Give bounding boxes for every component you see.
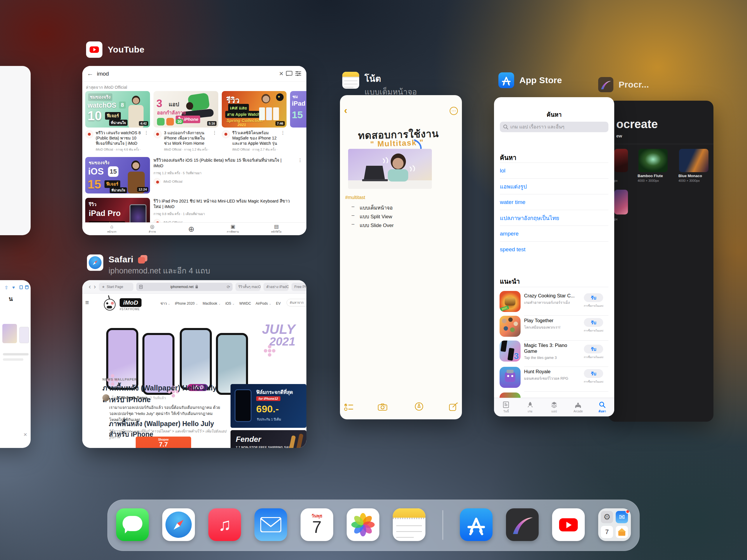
search-suggestion[interactable]: lol [500,163,609,179]
more-options-icon[interactable]: ⋮ [144,130,149,152]
artwork-thumbnail[interactable] [679,149,709,172]
refresh-icon[interactable]: ⟳ [227,284,230,289]
channel-name[interactable]: iMoD Official [163,180,182,183]
screen-film-ad[interactable]: ฟิล์มกระจกดีที่สุด for iPhone12 690.- รั… [231,384,306,428]
app-result-row[interactable]: Hunt Royale มอนสเตอร์เซอร์ไววอล RPG รับ … [499,367,609,391]
dock-youtube[interactable] [552,508,585,541]
video-thumbnail[interactable]: ชมของจริง watchOS 8 10 ฟีเจอร์ ที่น่าสนใ… [85,91,150,128]
dock-safari[interactable] [162,508,195,541]
youtube-card-label[interactable]: YouTube [86,42,145,58]
video-thumbnail[interactable]: ชมของจริง iOS 15 15 ฟีเจอร์ ที่น่าสนใจ 1… [85,157,150,194]
note-list-item[interactable]: –แบบ Split View [352,212,392,220]
camera-icon[interactable] [378,403,387,411]
more-options-icon[interactable]: ⋯ [450,107,458,115]
search-suggestion[interactable]: water time [500,194,609,210]
tab-games[interactable]: เกม [518,398,542,416]
artwork-thumbnail[interactable] [614,190,628,214]
dock-procreate[interactable] [506,508,539,541]
artwork-thumbnail[interactable] [614,149,628,172]
youtube-search-query[interactable]: imod [97,71,109,77]
dock-appstore[interactable] [460,508,493,541]
app-result-row[interactable]: 2021 Crazy Cooking Star C... เกมทำอาหารเ… [499,291,609,316]
search-suggestion[interactable]: speed test [500,241,609,257]
search-suggestion[interactable]: ampere [500,226,609,241]
appstore-card-label[interactable]: App Store [498,72,562,88]
checklist-icon[interactable] [344,403,354,411]
close-icon[interactable]: ✕ [279,70,284,77]
notes-card[interactable]: ‹ ⋯ ทดสอบการใช้งาน " Multitask " #multit… [340,95,462,419]
back-icon[interactable]: ‹ [89,284,91,290]
tab-item[interactable]: รีวิวสั้นๆ macO [235,283,261,291]
video-title[interactable]: พรีวิว เล่นจริง watchOS 8 (Public Beta) … [96,130,142,146]
note-list-item[interactable]: –แบบ Slide Over [352,221,394,229]
tab-explore[interactable]: ◎สำรวจ [149,224,156,234]
safari-card[interactable]: ‹ › ★ Start Page iphonemod.net ⟳ รีวิวสั… [82,280,306,448]
nav-link[interactable]: AirPods ⌄ [256,302,272,306]
close-ad-icon[interactable]: ✕ [23,432,27,437]
app-result-row[interactable]: Play Together โลกเสมือนของพวกเรา! รับ กา… [499,316,609,340]
partial-card-left-top[interactable] [0,66,31,235]
tab-apps[interactable]: แอป [542,398,566,416]
procreate-card[interactable]: ocreate ew px Bamboo Flute 4000 × 3000px… [609,101,714,422]
video-thumbnail[interactable]: 3 แอป ออกกำลังกาย ใน iPhone 30 5:16 [153,91,218,128]
appstore-card[interactable]: ค้นหา ค้นหา lol แอพแต่งรูป water time แป… [494,97,614,416]
nav-link[interactable]: MacBook ⌄ [203,302,221,306]
procreate-card-label[interactable]: Procr... [598,77,649,92]
back-icon[interactable]: ← [87,70,93,77]
note-image[interactable] [348,149,432,189]
video-thumbnail[interactable]: รีวิว เคส และ สาย Apple Watch Spring Col… [222,91,287,128]
get-button[interactable]: รับ [584,345,603,353]
notes-card-label[interactable]: โน้ต แบบเต็มหน้าจอ [342,72,417,98]
more-options-icon[interactable]: ⋮ [281,130,285,152]
search-suggestion[interactable]: แอพแต่งรูป [500,179,609,194]
tab-arcade[interactable]: Arcade [566,398,590,416]
more-options-icon[interactable]: ⋮ [298,158,302,163]
shopee-ad-banner[interactable]: Shopee 7.7 NON-STOP FREE SHIPPING SALE 1… [136,437,191,448]
markup-icon[interactable] [415,402,423,411]
tab-create[interactable]: ⊕ [188,226,195,232]
address-bar[interactable]: iphonemod.net ⟳ [136,283,233,291]
note-hashtag[interactable]: #multitast [345,195,365,200]
imod-logo[interactable]: iMoD [120,298,141,307]
safari-card-label[interactable]: Safari iphonemod.net และอีก 4 แถบ [87,254,210,277]
author-name[interactable]: Wichuda Panya [121,396,147,400]
get-button[interactable]: รับ [584,369,603,378]
filter-icon[interactable] [295,71,301,76]
nav-link[interactable]: WWDC [239,302,251,306]
note-list-item[interactable]: –แบบเต็มหน้าจอ [352,204,393,211]
artwork-thumbnail[interactable] [639,149,668,172]
video-title[interactable]: พรีวิวลองเล่นจริง iOS 15 (Public Beta) พ… [153,158,291,169]
tab-today[interactable]: วันนี้ [494,398,518,416]
tab-start-page[interactable]: ★ Start Page [99,283,133,291]
cast-icon[interactable] [286,71,292,76]
dock-music[interactable]: ♫ [208,508,241,541]
heart-icon[interactable]: ♥ [12,285,15,290]
dock-messages[interactable] [116,508,149,541]
video-title[interactable]: 3 แอปออกกำลังกายบน iPhone เพื่อความฟิตใน… [164,130,210,146]
article-headline[interactable]: ภาพพื้นหลัง (Wallpaper) Hello July สำหรั… [102,382,231,405]
reader-icon[interactable] [139,285,143,289]
fender-ad[interactable]: Fender 7.7 NON-STOP FREE SHIPPING SALE [231,430,306,448]
tab-search[interactable]: ค้นหา [590,398,614,416]
back-icon[interactable]: ‹ [344,104,347,116]
nav-link[interactable]: iPhone 2020 ⌄ [175,302,198,306]
tab-item[interactable]: Free Photo | S [291,283,306,291]
dock-mail[interactable] [254,508,287,541]
tab-item[interactable]: ตัวอย่าง iPadO [263,283,289,291]
search-suggestion[interactable]: แปลภาษาอังกฤษเป็นไทย [500,210,609,226]
menu-icon[interactable]: ≡ [85,299,89,306]
get-button[interactable]: รับ [584,293,603,302]
app-result-row[interactable]: 3 Magic Tiles 3: Piano Game Tap the tile… [499,340,609,367]
trash-icon[interactable] [25,285,29,289]
youtube-card[interactable]: ← imod ✕ ล่าสุดจาก iMoD Official ชมของจร… [82,66,306,235]
video-list-item[interactable]: ชมของจริง iOS 15 15 ฟีเจอร์ ที่น่าสนใจ 1… [85,157,304,194]
nav-link[interactable]: ข่าว ⌄ [160,301,170,306]
video-thumbnail[interactable]: ชม iPad 15 [290,91,306,128]
dock-notes[interactable] [393,508,426,541]
appstore-search-input[interactable] [500,122,609,132]
share-icon[interactable]: ⇧ [4,285,8,290]
video-title[interactable]: รีวิว iPad Pro 2021 ชิป M1 หน้าจอ Mini-L… [153,199,291,209]
copy-icon[interactable] [20,285,23,289]
partial-card-left-bottom[interactable]: ⇧ ♥ น ✕ [0,280,31,448]
dock-app-library[interactable]: ⚙ ✉ 7 [598,508,631,541]
